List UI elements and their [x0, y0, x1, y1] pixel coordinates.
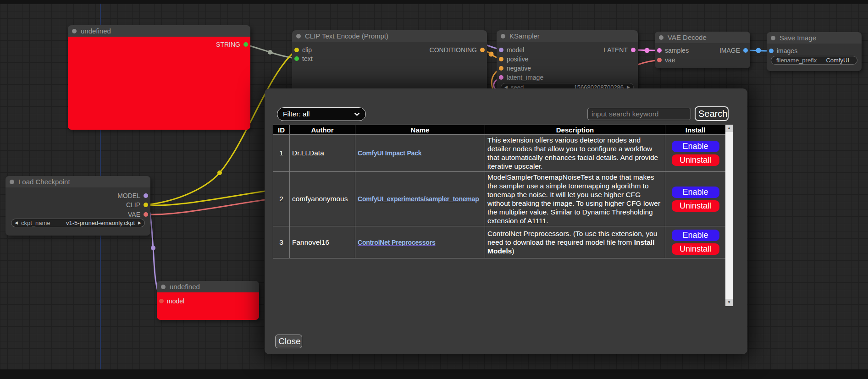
- table-scrollbar[interactable]: ▲ ▼: [725, 125, 733, 306]
- input-slot-model[interactable]: [499, 48, 503, 52]
- node-title: KSampler: [509, 32, 540, 40]
- output-slot-vae[interactable]: [144, 212, 148, 217]
- extension-link[interactable]: ComfyUI_experiments/sampler_tonemap: [358, 195, 479, 203]
- uninstall-button[interactable]: Uninstall: [672, 200, 719, 212]
- node-title-bar[interactable]: undefined: [68, 25, 250, 37]
- node-collapse-dot[interactable]: [501, 34, 505, 38]
- node-collapse-dot[interactable]: [659, 35, 663, 40]
- enable-button[interactable]: Enable: [672, 187, 719, 198]
- output-slot-latent[interactable]: [631, 48, 636, 52]
- output-slot-label: CONDITIONING: [430, 46, 477, 54]
- input-slot-positive[interactable]: [499, 57, 503, 61]
- filename-prefix-widget[interactable]: filename_prefix ComfyUI: [771, 56, 857, 65]
- header-author: Author: [290, 125, 355, 135]
- node-vae-decode[interactable]: VAE Decode samples vae IMAGE: [655, 32, 750, 68]
- extension-link[interactable]: ControlNet Preprocessors: [358, 239, 435, 246]
- widget-label: filename_prefix: [776, 57, 817, 64]
- input-slot-text[interactable]: [294, 56, 299, 61]
- cell-author: Dr.Lt.Data: [290, 135, 355, 172]
- output-slot-conditioning[interactable]: [480, 48, 485, 52]
- ckpt-name-widget[interactable]: ◀ ckpt_name v1-5-pruned-emaonly.ckpt ▶: [11, 219, 145, 227]
- input-slot-images[interactable]: [769, 49, 774, 53]
- node-save-image[interactable]: Save Image images filename_prefix ComfyU…: [767, 32, 862, 71]
- reroute-dot[interactable]: [268, 50, 272, 55]
- node-collapse-dot[interactable]: [72, 29, 77, 33]
- node-title-bar[interactable]: undefined: [157, 281, 259, 292]
- cell-description: This extension offers various detector n…: [485, 135, 665, 172]
- reroute-dot[interactable]: [489, 52, 494, 57]
- cell-description: ModelSamplerTonemapNoiseTest a node that…: [485, 172, 665, 226]
- node-title-bar[interactable]: Save Image: [767, 32, 862, 44]
- input-slot-latent-image[interactable]: [499, 75, 503, 80]
- input-slot-clip[interactable]: [294, 48, 299, 52]
- cell-author: comfyanonymous: [290, 172, 355, 226]
- node-title: undefined: [170, 283, 200, 291]
- input-slot-vae[interactable]: [657, 58, 662, 62]
- output-slot-model[interactable]: [144, 193, 148, 198]
- node-load-checkpoint[interactable]: Load Checkpoint MODEL CLIP VAE ◀ ckpt_na…: [6, 176, 150, 236]
- cell-id: 3: [273, 226, 290, 258]
- node-title-bar[interactable]: VAE Decode: [655, 32, 750, 43]
- scrollbar-thumb[interactable]: [725, 132, 733, 299]
- header-name: Name: [355, 125, 485, 135]
- node-undefined-top[interactable]: undefined STRING: [68, 25, 250, 130]
- input-slot-samples[interactable]: [657, 48, 662, 53]
- close-button[interactable]: Close: [275, 335, 302, 348]
- node-title: Load Checkpoint: [18, 178, 70, 186]
- scroll-down-icon[interactable]: ▼: [725, 299, 733, 306]
- filter-select-value: Filter: all: [283, 110, 310, 118]
- chevron-down-icon: [354, 110, 360, 118]
- node-collapse-dot[interactable]: [296, 34, 301, 38]
- enable-button[interactable]: Enable: [672, 141, 719, 152]
- cell-install: Enable Uninstall: [665, 172, 726, 226]
- output-slot-clip[interactable]: [144, 203, 148, 207]
- output-slot-label: LATENT: [603, 46, 628, 54]
- reroute-dot[interactable]: [645, 48, 650, 53]
- input-slot-label: images: [777, 47, 797, 55]
- uninstall-button[interactable]: Uninstall: [672, 243, 719, 255]
- node-title-bar[interactable]: Load Checkpoint: [6, 176, 150, 187]
- reroute-dot[interactable]: [217, 170, 222, 175]
- output-slot-image[interactable]: [743, 48, 748, 53]
- output-slot-label: CLIP: [126, 201, 140, 209]
- table-row: 2 comfyanonymous ComfyUI_experiments/sam…: [273, 172, 726, 226]
- search-button[interactable]: Search: [695, 106, 729, 121]
- node-undefined-bottom[interactable]: undefined model: [157, 281, 259, 320]
- next-arrow-icon[interactable]: ▶: [138, 221, 141, 225]
- extension-table: ID Author Name Description Install 1 Dr.…: [273, 125, 726, 258]
- input-slot-label: samples: [665, 47, 689, 54]
- scroll-up-icon[interactable]: ▲: [725, 125, 733, 132]
- input-slot-label: model: [167, 297, 184, 305]
- prev-arrow-icon[interactable]: ◀: [15, 221, 18, 225]
- cell-id: 2: [273, 172, 290, 226]
- widget-label: ckpt_name: [21, 220, 50, 226]
- output-slot-string[interactable]: [243, 42, 248, 47]
- input-slot-model[interactable]: [159, 299, 164, 303]
- input-slot-label: negative: [507, 65, 531, 72]
- comfyui-canvas[interactable]: undefined STRING CLIP Text Encode (Promp…: [0, 0, 868, 379]
- input-slot-label: text: [302, 55, 313, 62]
- extension-link[interactable]: ComfyUI Impact Pack: [358, 149, 421, 157]
- output-slot-label: VAE: [128, 211, 140, 218]
- node-body: model: [157, 292, 259, 320]
- input-slot-label: vae: [665, 56, 675, 64]
- header-id: ID: [273, 125, 290, 135]
- search-input[interactable]: [587, 108, 691, 120]
- node-title: undefined: [81, 27, 111, 35]
- node-collapse-dot[interactable]: [161, 285, 166, 289]
- node-title-bar[interactable]: CLIP Text Encode (Prompt): [292, 30, 487, 42]
- node-title-bar[interactable]: KSampler: [497, 30, 638, 42]
- filter-select[interactable]: Filter: all: [277, 107, 366, 121]
- reroute-dot[interactable]: [151, 246, 155, 250]
- cell-id: 1: [273, 135, 290, 172]
- reroute-dot[interactable]: [756, 48, 761, 53]
- input-slot-negative[interactable]: [499, 66, 503, 71]
- enable-button[interactable]: Enable: [672, 230, 719, 241]
- node-title: VAE Decode: [668, 33, 707, 41]
- header-install: Install: [665, 125, 726, 135]
- widget-value: v1-5-pruned-emaonly.ckpt: [66, 220, 135, 226]
- node-collapse-dot[interactable]: [10, 180, 14, 184]
- node-collapse-dot[interactable]: [771, 36, 775, 40]
- uninstall-button[interactable]: Uninstall: [672, 154, 719, 166]
- output-slot-label: IMAGE: [719, 47, 740, 54]
